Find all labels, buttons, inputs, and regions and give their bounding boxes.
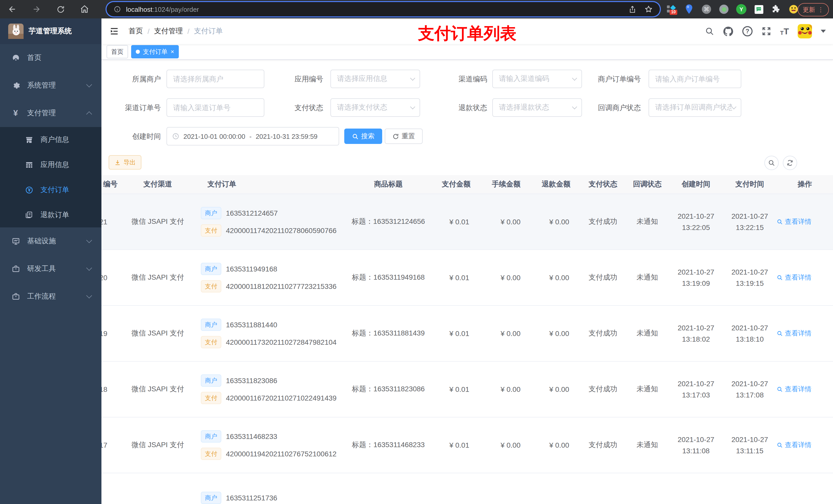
channel-order-no-input[interactable] [166,98,264,117]
view-detail-link[interactable]: 查看详情 [777,440,811,450]
product-title: 标题：1635311823086 [345,362,432,417]
date-start[interactable]: 2021-10-01 00:00:00 [184,133,245,140]
sidebar-item-merchant-info[interactable]: 商户信息 [0,127,101,152]
fee-amount: ¥ 0.00 [480,362,532,417]
sidebar-item-label: 支付管理 [27,109,56,118]
clock-icon [172,133,179,140]
sidebar-collapse-icon[interactable] [101,26,124,37]
view-detail-link[interactable]: 查看详情 [777,385,811,394]
sidebar-item-label: 支付订单 [41,185,69,194]
update-button[interactable]: 更新 ⋮ [798,3,829,16]
created-time: 2021-10-2713:18:02 [669,306,723,361]
chevron-down-icon [731,104,736,110]
breadcrumb-home[interactable]: 首页 [128,27,143,36]
date-end[interactable]: 2021-10-31 23:59:59 [256,133,317,140]
site-info-icon[interactable] [114,6,121,13]
tags-view: 首页 支付订单 × [101,44,833,60]
orders-table: 编号 支付渠道 支付订单 商品标题 支付金额 手续金额 退款金额 支付状态 回调… [101,175,833,504]
sidebar-item-system[interactable]: 系统管理 [0,72,101,99]
date-separator: - [249,133,252,140]
share-icon[interactable] [628,5,636,13]
forward-icon[interactable] [31,4,42,14]
pay-status-select[interactable]: 请选择支付状态 [330,98,420,117]
url-bar[interactable]: localhost:1024/pay/order [106,2,660,16]
create-time-range-picker[interactable]: 2021-10-01 00:00:00 - 2021-10-31 23:59:5… [166,127,339,145]
help-icon[interactable]: ? [742,26,753,37]
reload-icon[interactable] [55,4,66,14]
sidebar-item-refund-order[interactable]: 退款订单 [0,202,101,227]
table-header: 编号 支付渠道 支付订单 商品标题 支付金额 手续金额 退款金额 支付状态 回调… [101,175,833,194]
sidebar-item-pay-order[interactable]: 支付订单 [0,177,101,202]
refresh-table-button[interactable] [783,156,797,170]
created-time: 2021-10-2713:19:09 [669,250,723,305]
merchant-tag: 商户 [201,430,221,442]
paid-time: 2021-10-2713:19:15 [723,250,777,305]
extension-balloon-icon[interactable] [684,4,695,15]
extension-record-icon[interactable] [718,4,730,15]
extension-diamond-icon[interactable]: 10 [666,4,677,15]
app-logo[interactable]: 芋道管理系统 [0,19,101,44]
merchant-input[interactable] [166,70,264,88]
avatar[interactable] [798,24,812,39]
extension-y-icon[interactable]: Y [736,4,747,15]
paid-time: 2021-10-2713:18:10 [723,306,777,361]
sidebar-item-label: 退款订单 [41,210,69,219]
col-refund: 退款金额 [532,175,580,194]
pay-order-cell: 商户1635311823086 支付4200001167202110271022… [191,362,345,417]
font-size-icon[interactable]: TT [780,27,789,35]
chevron-down-icon [86,82,92,88]
order-id: 19 [101,306,124,361]
tag-home[interactable]: 首页 [106,45,128,58]
search-button[interactable]: 搜索 [344,128,382,144]
extensions-puzzle-icon[interactable] [770,4,782,15]
browser-menu-icon[interactable]: ⋮ [818,6,824,13]
sidebar-item-infra[interactable]: 基础设施 [0,227,101,255]
export-button[interactable]: 导出 [109,155,141,170]
refund-status-select[interactable]: 请选择退款状态 [492,98,582,117]
chevron-down-icon [86,265,92,271]
merchant-order-no-input[interactable] [648,70,741,88]
extension-command-icon[interactable]: ⌘ [701,4,712,15]
top-navbar: 首页 / 支付管理 / 支付订单 支付订单列表 ? TT [101,19,833,44]
paid-time: 2021-10-2713:11:15 [723,417,777,473]
fullscreen-icon[interactable] [761,26,771,37]
bookmark-star-icon[interactable] [644,5,653,13]
update-label: 更新 [803,5,815,14]
sidebar-item-app-info[interactable]: 应用信息 [0,152,101,177]
sidebar-item-workflow[interactable]: 工作流程 [0,283,101,310]
pay-status-label: 支付状态 [272,98,323,117]
fee-amount: ¥ 0.00 [480,417,532,473]
extension-chat-icon[interactable] [753,4,764,15]
sidebar-item-label: 首页 [27,53,42,63]
app-select[interactable]: 请选择应用信息 [330,70,420,88]
toggle-search-button[interactable] [764,156,779,170]
pay-amount: ¥ 0.01 [432,250,480,305]
documents-icon [25,211,33,219]
home-icon[interactable] [79,4,90,14]
monitor-chart-icon [11,237,20,245]
magnifier-icon [777,219,783,225]
chevron-up-icon [86,112,92,117]
sidebar-item-home[interactable]: 首页 [0,44,101,72]
back-icon[interactable] [7,4,18,14]
github-icon[interactable] [723,26,734,37]
magnifier-icon [777,274,783,281]
sidebar-item-pay[interactable]: ¥ 支付管理 [0,99,101,127]
view-detail-link[interactable]: 查看详情 [777,273,811,282]
tag-close-icon[interactable]: × [171,49,174,55]
sidebar: 芋道管理系统 首页 系统管理 ¥ 支付管理 商户信息 [0,19,101,504]
product-title: 标题：1635311881439 [345,306,432,361]
page-annotation: 支付订单列表 [418,23,516,45]
channel-code-select[interactable]: 请输入渠道编码 [492,70,582,88]
reset-button[interactable]: 重置 [385,128,423,144]
search-icon[interactable] [705,26,715,37]
avatar-caret-icon[interactable] [821,30,826,33]
sidebar-item-devtools[interactable]: 研发工具 [0,255,101,283]
breadcrumb-pay[interactable]: 支付管理 [154,27,183,36]
tag-pay-order[interactable]: 支付订单 × [131,45,179,58]
created-time: 2021-10-2713:17:03 [669,362,723,417]
view-detail-link[interactable]: 查看详情 [777,329,811,338]
pay-status: 支付成功 [580,306,625,361]
notify-status-select[interactable]: 请选择订单回调商户状态 [648,98,741,117]
view-detail-link[interactable]: 查看详情 [777,217,811,226]
